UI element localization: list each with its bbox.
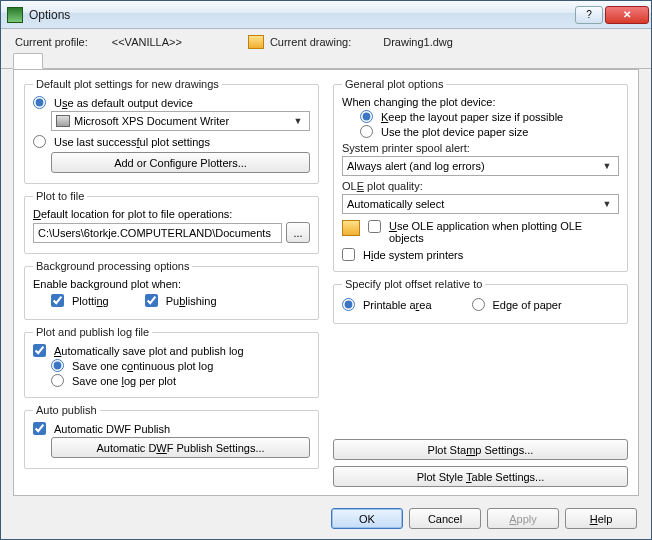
label-printable-area: Printable area bbox=[363, 299, 432, 311]
group-background-processing: Background processing options Enable bac… bbox=[24, 260, 319, 320]
options-dialog: Options ? ✕ Current profile: <<VANILLA>>… bbox=[0, 0, 652, 540]
legend-plot-offset: Specify plot offset relative to bbox=[342, 278, 485, 290]
checkbox-auto-dwf[interactable] bbox=[33, 422, 46, 435]
profile-bar: Current profile: <<VANILLA>> Current dra… bbox=[1, 29, 651, 49]
close-icon[interactable]: ✕ bbox=[605, 6, 649, 24]
help-icon[interactable]: ? bbox=[575, 6, 603, 24]
plot-stamp-settings-button[interactable]: Plot Stamp Settings... bbox=[333, 439, 628, 460]
label-last-successful: Use last successful plot settings bbox=[54, 136, 210, 148]
group-plot-offset: Specify plot offset relative to Printabl… bbox=[333, 278, 628, 324]
radio-keep-layout-size[interactable] bbox=[360, 110, 373, 123]
label-use-ole-app: Use OLE application when plotting OLE ob… bbox=[389, 220, 619, 244]
radio-use-device-size[interactable] bbox=[360, 125, 373, 138]
device-dropdown[interactable]: Microsoft XPS Document Writer ▼ bbox=[51, 111, 310, 131]
group-general-plot: General plot options When changing the p… bbox=[333, 78, 628, 272]
device-value: Microsoft XPS Document Writer bbox=[74, 115, 229, 127]
legend-auto-publish: Auto publish bbox=[33, 404, 100, 416]
checkbox-hide-printers[interactable] bbox=[342, 248, 355, 261]
current-profile-label: Current profile: bbox=[15, 36, 88, 48]
label-spool-alert: System printer spool alert: bbox=[342, 142, 619, 154]
left-column: Default plot settings for new drawings U… bbox=[24, 78, 319, 487]
checkbox-auto-save-log[interactable] bbox=[33, 344, 46, 357]
browse-button[interactable]: ... bbox=[286, 222, 310, 243]
legend-general-plot: General plot options bbox=[342, 78, 446, 90]
add-configure-plotters-button[interactable]: Add or Configure Plotters... bbox=[51, 152, 310, 173]
chevron-down-icon: ▼ bbox=[600, 159, 614, 173]
group-default-plot: Default plot settings for new drawings U… bbox=[24, 78, 319, 184]
group-auto-publish: Auto publish Automatic DWF Publish Autom… bbox=[24, 404, 319, 469]
label-default-output-device: Use as default output device bbox=[54, 97, 193, 109]
dialog-footer: OK Cancel Apply Help bbox=[1, 502, 651, 539]
label-one-per-plot: Save one log per plot bbox=[72, 375, 176, 387]
radio-default-output-device[interactable] bbox=[33, 96, 46, 109]
current-profile-value: <<VANILLA>> bbox=[112, 36, 182, 48]
plot-style-table-settings-button[interactable]: Plot Style Table Settings... bbox=[333, 466, 628, 487]
cancel-button[interactable]: Cancel bbox=[409, 508, 481, 529]
group-log-file: Plot and publish log file Automatically … bbox=[24, 326, 319, 398]
label-hide-printers: Hide system printers bbox=[363, 249, 463, 261]
legend-log-file: Plot and publish log file bbox=[33, 326, 152, 338]
chevron-down-icon: ▼ bbox=[291, 114, 305, 128]
label-use-device-size: Use the plot device paper size bbox=[381, 126, 528, 138]
legend-default-plot: Default plot settings for new drawings bbox=[33, 78, 222, 90]
ole-icon bbox=[342, 220, 360, 236]
label-ole-quality: OLE plot quality: bbox=[342, 180, 619, 192]
spool-alert-value: Always alert (and log errors) bbox=[347, 160, 485, 172]
checkbox-publishing[interactable] bbox=[145, 294, 158, 307]
radio-edge-of-paper[interactable] bbox=[472, 298, 485, 311]
window-title: Options bbox=[29, 8, 575, 22]
legend-plot-to-file: Plot to file bbox=[33, 190, 87, 202]
label-default-location: Default location for plot to file operat… bbox=[33, 208, 232, 220]
checkbox-plotting[interactable] bbox=[51, 294, 64, 307]
tab-strip bbox=[1, 49, 651, 69]
auto-dwf-settings-button[interactable]: Automatic DWF Publish Settings... bbox=[51, 437, 310, 458]
plot-file-path-input[interactable] bbox=[33, 223, 282, 243]
tab-active[interactable] bbox=[13, 53, 43, 69]
radio-one-continuous[interactable] bbox=[51, 359, 64, 372]
label-when-changing: When changing the plot device: bbox=[342, 96, 496, 108]
label-keep-layout-size: Keep the layout paper size if possible bbox=[381, 111, 563, 123]
chevron-down-icon: ▼ bbox=[600, 197, 614, 211]
checkbox-use-ole-app[interactable] bbox=[368, 220, 381, 233]
current-drawing-value: Drawing1.dwg bbox=[383, 36, 453, 48]
titlebar: Options ? ✕ bbox=[1, 1, 651, 29]
drawing-icon bbox=[248, 35, 264, 49]
radio-last-successful[interactable] bbox=[33, 135, 46, 148]
label-enable-background: Enable background plot when: bbox=[33, 278, 181, 290]
legend-background-processing: Background processing options bbox=[33, 260, 192, 272]
label-auto-save-log: Automatically save plot and publish log bbox=[54, 345, 244, 357]
current-drawing-label: Current drawing: bbox=[270, 36, 351, 48]
ole-quality-dropdown[interactable]: Automatically select ▼ bbox=[342, 194, 619, 214]
label-one-continuous: Save one continuous plot log bbox=[72, 360, 213, 372]
group-plot-to-file: Plot to file Default location for plot t… bbox=[24, 190, 319, 254]
right-column: General plot options When changing the p… bbox=[333, 78, 628, 487]
apply-button[interactable]: Apply bbox=[487, 508, 559, 529]
radio-printable-area[interactable] bbox=[342, 298, 355, 311]
label-auto-dwf: Automatic DWF Publish bbox=[54, 423, 170, 435]
label-plotting: Plotting bbox=[72, 295, 109, 307]
label-edge-of-paper: Edge of paper bbox=[493, 299, 562, 311]
ole-quality-value: Automatically select bbox=[347, 198, 444, 210]
radio-one-per-plot[interactable] bbox=[51, 374, 64, 387]
tab-content: Default plot settings for new drawings U… bbox=[13, 69, 639, 496]
app-icon bbox=[7, 7, 23, 23]
ok-button[interactable]: OK bbox=[331, 508, 403, 529]
help-button[interactable]: Help bbox=[565, 508, 637, 529]
printer-icon bbox=[56, 115, 70, 127]
label-publishing: Publishing bbox=[166, 295, 217, 307]
spool-alert-dropdown[interactable]: Always alert (and log errors) ▼ bbox=[342, 156, 619, 176]
